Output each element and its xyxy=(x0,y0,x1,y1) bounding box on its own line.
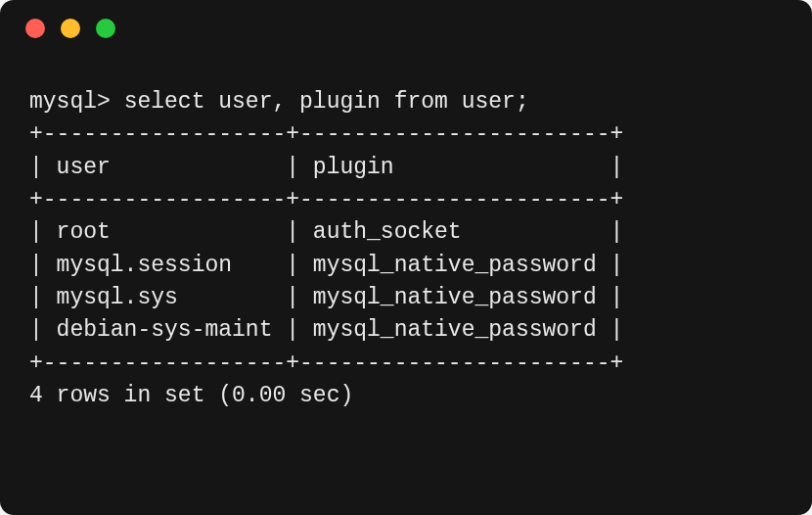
terminal-window: mysql> select user, plugin from user; +-… xyxy=(0,0,812,515)
table-border-top: +------------------+--------------------… xyxy=(29,121,623,147)
result-footer: 4 rows in set (0.00 sec) xyxy=(29,383,353,408)
close-icon[interactable] xyxy=(25,19,45,38)
sql-query: select user, plugin from user; xyxy=(124,89,529,115)
table-border-mid: +------------------+--------------------… xyxy=(29,187,623,212)
table-data-rows: | root | auth_socket | | mysql.session |… xyxy=(29,219,623,343)
minimize-icon[interactable] xyxy=(61,19,80,38)
table-header-row: | user | plugin | xyxy=(29,155,623,180)
maximize-icon[interactable] xyxy=(96,19,115,38)
titlebar xyxy=(0,0,812,57)
prompt: mysql> xyxy=(29,89,111,115)
table-border-bottom: +------------------+--------------------… xyxy=(29,351,623,376)
terminal-output: mysql> select user, plugin from user; +-… xyxy=(0,57,812,442)
